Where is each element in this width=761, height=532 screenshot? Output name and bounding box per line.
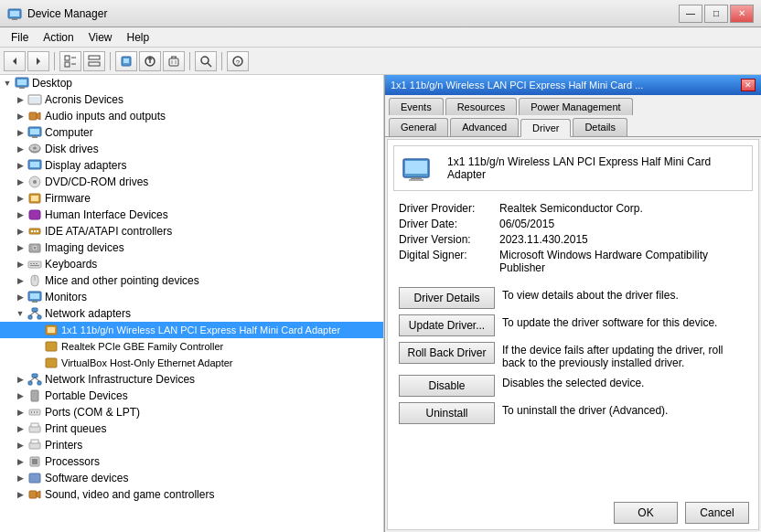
roll-back-driver-button[interactable]: Roll Back Driver (399, 342, 495, 364)
expand-software[interactable]: ▶ (15, 473, 26, 484)
network-icon (27, 306, 42, 321)
menu-action[interactable]: Action (36, 29, 80, 46)
driver-details-button[interactable]: Driver Details (399, 287, 495, 309)
svg-rect-55 (36, 263, 38, 264)
tree-item-acronis[interactable]: ▶ Acronis Devices (0, 91, 383, 108)
forward-button[interactable] (27, 51, 49, 71)
tree-item-portable[interactable]: ▶ Portable Devices (0, 388, 383, 404)
tab-advanced[interactable]: Advanced (450, 118, 519, 136)
collapse-all-button[interactable] (83, 51, 105, 71)
expand-mice[interactable]: ▶ (15, 275, 26, 286)
back-button[interactable] (4, 51, 26, 71)
expand-monitors[interactable]: ▶ (15, 292, 26, 303)
btn-row-rollback: Roll Back Driver If the device fails aft… (399, 342, 747, 369)
tab-events[interactable]: Events (389, 98, 444, 115)
app-icon (7, 6, 22, 21)
tree-item-processors[interactable]: ▶ Processors (0, 453, 383, 470)
tree-item-desktop[interactable]: ▼ Desktop (0, 75, 383, 91)
expand-audio[interactable]: ▶ (15, 111, 26, 122)
svg-rect-2 (12, 18, 17, 20)
tree-item-ide[interactable]: ▶ IDE ATA/ATAPI controllers (0, 223, 383, 239)
tree-label-network-infra: Network Infrastructure Devices (45, 373, 195, 386)
tree-item-disk[interactable]: ▶ Disk drives (0, 141, 383, 157)
category-icon (27, 92, 42, 107)
expand-keyboards[interactable]: ▶ (15, 259, 26, 270)
expand-acronis[interactable]: ▶ (15, 94, 26, 105)
expand-imaging[interactable]: ▶ (15, 242, 26, 253)
expand-dvd[interactable]: ▶ (15, 176, 26, 187)
menu-help[interactable]: Help (120, 29, 157, 46)
update-driver-button[interactable]: Update Driver... (399, 314, 495, 336)
tree-item-print-queues[interactable]: ▶ Print queues (0, 420, 383, 437)
driver-buttons: Driver Details To view details about the… (388, 283, 758, 428)
expand-sound[interactable]: ▶ (15, 489, 26, 500)
tab-power-management[interactable]: Power Management (519, 98, 632, 115)
field-value-version: 2023.11.430.2015 (499, 233, 747, 246)
tree-item-imaging[interactable]: ▶ Imaging devices (0, 239, 383, 256)
expand-firmware[interactable]: ▶ (15, 193, 26, 204)
uninstall-button[interactable]: Uninstall (399, 402, 495, 424)
tree-label-dvd: DVD/CD-ROM drives (45, 176, 148, 188)
tree-item-wireless[interactable]: 1x1 11b/g/n Wireless LAN PCI Express Hal… (0, 322, 383, 338)
tree-panel[interactable]: ▼ Desktop ▶ Acronis Devices ▶ Audio inpu… (0, 75, 384, 532)
tree-item-realtek[interactable]: Realtek PCIe GBE Family Controller (0, 338, 383, 355)
expand-portable[interactable]: ▶ (15, 390, 26, 401)
update-driver-button[interactable] (139, 51, 161, 71)
tab-driver[interactable]: Driver (520, 119, 571, 137)
tab-resources[interactable]: Resources (445, 98, 518, 115)
tab-general[interactable]: General (389, 118, 448, 136)
expand-ports[interactable]: ▶ (15, 407, 26, 418)
cancel-button[interactable]: Cancel (685, 502, 749, 524)
firmware-icon (27, 191, 42, 206)
tree-item-computer[interactable]: ▶ Computer (0, 124, 383, 141)
expand-disk[interactable]: ▶ (15, 144, 26, 154)
expand-display[interactable]: ▶ (15, 160, 26, 171)
menu-file[interactable]: File (4, 29, 36, 46)
tree-item-firmware[interactable]: ▶ Firmware (0, 190, 383, 207)
disable-button[interactable]: Disable (399, 375, 495, 397)
tree-item-ports[interactable]: ▶ Ports (COM & LPT) (0, 404, 383, 420)
dialog-title-bar: 1x1 11b/g/n Wireless LAN PCI Express Hal… (385, 75, 761, 95)
btn-row-update: Update Driver... To update the driver so… (399, 314, 747, 336)
expand-processors[interactable]: ▶ (15, 456, 26, 467)
tree-item-dvd[interactable]: ▶ DVD/CD-ROM drives (0, 174, 383, 190)
expand-printers[interactable]: ▶ (15, 440, 26, 451)
tree-item-keyboards[interactable]: ▶ Keyboards (0, 256, 383, 272)
tree-item-hid[interactable]: ▶ Human Interface Devices (0, 207, 383, 223)
svg-rect-91 (405, 161, 427, 174)
tab-details[interactable]: Details (573, 118, 627, 136)
tree-item-display[interactable]: ▶ Display adapters (0, 157, 383, 174)
expand-ide[interactable]: ▶ (15, 226, 26, 237)
tree-label-acronis: Acronis Devices (45, 93, 123, 106)
expand-hid[interactable]: ▶ (15, 209, 26, 220)
field-value-provider: Realtek Semiconductor Corp. (499, 202, 747, 215)
expand-network-infra[interactable]: ▶ (15, 374, 26, 385)
sound-icon (27, 487, 42, 502)
tree-item-sound[interactable]: ▶ Sound, video and game controllers (0, 486, 383, 503)
close-button[interactable]: ✕ (730, 5, 754, 23)
help-button[interactable]: ? (227, 51, 249, 71)
ok-button[interactable]: OK (614, 502, 678, 524)
tree-item-audio[interactable]: ▶ Audio inputs and outputs (0, 108, 383, 124)
tree-item-monitors[interactable]: ▶ Monitors (0, 289, 383, 305)
expand-all-button[interactable] (59, 51, 81, 71)
minimize-button[interactable]: — (679, 5, 702, 23)
expand-network[interactable]: ▼ (15, 308, 26, 319)
device-properties-button[interactable] (115, 51, 137, 71)
tree-label-virtualbox: VirtualBox Host-Only Ethernet Adapter (61, 357, 233, 368)
tree-item-printers[interactable]: ▶ Printers (0, 437, 383, 453)
expand-computer[interactable]: ▶ (15, 127, 26, 138)
expand-print-queues[interactable]: ▶ (15, 423, 26, 434)
tree-item-mice[interactable]: ▶ Mice and other pointing devices (0, 272, 383, 289)
tab-row-1: Events Resources Power Management (385, 95, 761, 115)
menu-view[interactable]: View (81, 29, 120, 46)
dialog-close-button[interactable]: ✕ (741, 79, 756, 91)
maximize-button[interactable]: □ (704, 5, 728, 23)
uninstall-button[interactable] (163, 51, 185, 71)
tree-item-virtualbox[interactable]: VirtualBox Host-Only Ethernet Adapter (0, 355, 383, 371)
scan-button[interactable] (195, 51, 217, 71)
tree-item-network-infra[interactable]: ▶ Network Infrastructure Devices (0, 371, 383, 388)
expand-desktop[interactable]: ▼ (2, 78, 13, 89)
tree-item-network[interactable]: ▼ Network adapters (0, 305, 383, 322)
tree-item-software[interactable]: ▶ Software devices (0, 470, 383, 486)
